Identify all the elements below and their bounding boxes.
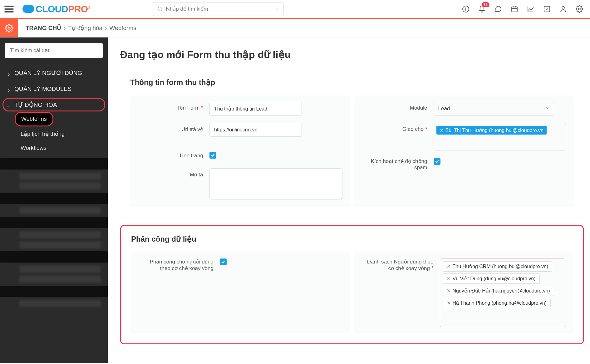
url-label: Url trả về [138,123,209,133]
global-search-input[interactable] [166,6,275,12]
sidebar-sub-workflows[interactable]: Workflows [0,141,108,155]
svg-rect-5 [512,7,517,12]
search-icon [157,6,163,12]
chevron-right-icon [7,87,10,91]
card-title: Thông tin form thu thập [130,78,574,87]
checkbox-icon[interactable] [543,5,551,13]
bell-icon[interactable]: 75 [478,5,486,13]
redacted-item [19,276,101,283]
hamburger-icon [4,6,14,12]
redacted-item [0,251,108,263]
chat-icon[interactable] [494,5,502,13]
user-tag[interactable]: ✕ Hà Thanh Phong (phong.ha@cloudpro.vn) [443,298,551,308]
user-tag[interactable]: ✕ Nguyễn Đức Hải (hai.nguyen@cloudpro.vn… [443,286,554,296]
desc-label: Mô tả [138,168,209,178]
url-input[interactable] [209,123,302,137]
svg-point-12 [562,7,564,9]
calendar-icon[interactable] [511,5,518,13]
antispam-label: Kích hoạt chế độ chống spam [362,158,434,171]
cloud-icon [22,5,34,13]
form-info-card: Thông tin form thu thập Tên Form* Url tr… [120,69,584,217]
form-name-label: Tên Form* [138,102,209,111]
roundrobin-checkbox[interactable] [220,258,227,265]
svg-point-0 [158,7,161,10]
chevron-right-icon [7,71,10,75]
subbar: TRANG CHỦ › Tự động hóa › Webforms [0,19,590,37]
chevron-down-icon [7,103,10,106]
remove-tag-icon[interactable]: ✕ [447,276,451,282]
redacted-item [19,207,101,214]
userlist-label: Danh sách Người dùng theo cơ chế xoay vò… [362,258,440,272]
assigned-label: Giao cho* [362,123,434,132]
breadcrumb: TRANG CHỦ › Tự động hóa › Webforms [18,19,136,37]
svg-rect-11 [544,6,550,12]
chevron-down-icon [275,7,279,11]
assignment-card: Phân công dữ liệu Phân công cho người dù… [120,225,584,344]
antispam-checkbox[interactable] [434,158,440,165]
status-label: Tình trạng [138,149,209,159]
svg-line-1 [161,10,162,11]
remove-tag-icon[interactable]: ✕ [447,288,451,294]
redacted-item [19,241,101,248]
settings-panel-toggle[interactable] [0,19,18,37]
form-name-input[interactable] [209,102,302,116]
sidebar-sub-webforms[interactable]: Webforms [16,113,52,125]
assigned-tag[interactable]: ✕Bùi Thị Thu Hường (huong.bui@cloudpro.v… [436,126,547,135]
chart-icon[interactable] [527,5,534,13]
sidebar-item-modules[interactable]: QUẢN LÝ MODULES [0,81,108,97]
user-icon[interactable] [559,5,567,13]
sidebar: QUẢN LÝ NGƯỜI DÙNG QUẢN LÝ MODULES TỰ ĐỘ… [0,37,108,363]
module-select[interactable]: Lead [434,102,554,116]
user-tag[interactable]: ✕ Vũ Việt Dũng (dung.vu@cloudpro.vn) [443,273,540,284]
breadcrumb-level1[interactable]: Tự động hóa [68,24,103,32]
chevron-down-icon [545,106,549,112]
notification-badge: 75 [482,2,489,7]
desc-textarea[interactable] [209,168,342,199]
global-search[interactable] [153,2,284,16]
svg-point-13 [578,8,580,10]
logo[interactable]: CLOUDPRO® [22,4,90,14]
redacted-item [0,217,108,228]
status-checkbox[interactable] [209,152,216,159]
sidebar-item-automation[interactable]: TỰ ĐỘNG HÓA [2,98,105,111]
page-title: Đang tạo mới Form thu thập dữ liệu [120,49,584,61]
user-tag[interactable]: ✕ Thu Hường CRM (huong.bui@cloudpro.vn) [443,261,553,272]
sidebar-search-input[interactable] [5,43,103,58]
add-icon[interactable] [462,5,470,13]
redacted-item [19,183,101,189]
redacted-item [0,158,108,170]
breadcrumb-level2[interactable]: Webforms [110,25,136,32]
main-content: Đang tạo mới Form thu thập dữ liệu Thông… [108,37,590,363]
sidebar-item-users[interactable]: QUẢN LÝ NGƯỜI DÙNG [0,65,108,81]
remove-tag-icon[interactable]: ✕ [447,263,451,269]
breadcrumb-home[interactable]: TRANG CHỦ [26,24,61,32]
remove-tag-icon[interactable]: ✕ [440,127,444,133]
svg-point-14 [8,27,10,29]
topbar: CLOUDPRO® 75 [0,0,590,19]
hamburger-menu[interactable] [0,0,18,18]
remove-tag-icon[interactable]: ✕ [447,300,451,306]
redacted-item [0,193,108,204]
assigned-tags[interactable]: ✕Bùi Thị Thu Hường (huong.bui@cloudpro.v… [434,123,567,150]
gear-icon[interactable] [576,5,583,13]
redacted-item [19,266,101,273]
redacted-item [19,300,101,307]
userlist-tags[interactable]: ✕ Thu Hường CRM (huong.bui@cloudpro.vn)✕… [440,258,566,327]
redacted-item [0,286,108,297]
card-title: Phân công dữ liệu [131,235,573,243]
module-label: Module [362,102,434,111]
redacted-item [19,173,101,180]
sidebar-sub-scheduler[interactable]: Lập lịch hệ thống [0,127,108,141]
redacted-item [19,231,101,238]
roundrobin-label: Phân công cho người dùng theo cơ chế xoa… [139,258,220,272]
